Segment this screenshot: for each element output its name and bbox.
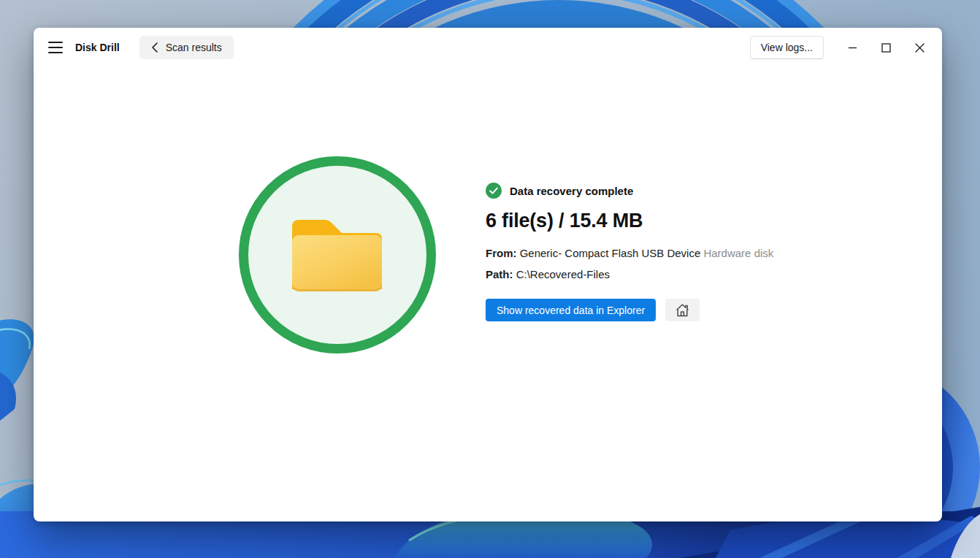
from-device: Generic- Compact Flash USB Device bbox=[520, 247, 701, 259]
desktop: { "window": { "title": "Disk Drill", "ba… bbox=[0, 0, 980, 558]
recovery-complete-graphic bbox=[239, 156, 436, 353]
recovery-result-panel: Data recovery complete 6 file(s) / 15.4 … bbox=[486, 183, 836, 321]
actions-row: Show recovered data in Explorer bbox=[486, 299, 836, 321]
status-row: Data recovery complete bbox=[486, 183, 836, 199]
title-bar: Disk Drill Scan results View logs... bbox=[34, 28, 942, 61]
recovery-meta: From: Generic- Compact Flash USB Device … bbox=[486, 242, 836, 285]
minimize-button[interactable] bbox=[835, 36, 869, 59]
path-label: Path: bbox=[486, 268, 513, 280]
folder-icon bbox=[289, 216, 386, 294]
from-line: From: Generic- Compact Flash USB Device … bbox=[486, 242, 836, 264]
path-value: C:\Recovered-Files bbox=[516, 268, 610, 280]
maximize-icon bbox=[881, 43, 891, 53]
home-icon bbox=[675, 303, 690, 318]
from-disk-type: Hardware disk bbox=[703, 247, 773, 259]
minimize-icon bbox=[848, 43, 857, 53]
recovery-summary: 6 file(s) / 15.4 MB bbox=[486, 210, 836, 232]
path-line: Path: C:\Recovered-Files bbox=[486, 264, 836, 285]
scan-results-label: Scan results bbox=[166, 42, 222, 53]
show-recovered-data-button[interactable]: Show recovered data in Explorer bbox=[486, 299, 656, 321]
app-title: Disk Drill bbox=[75, 42, 120, 53]
scan-results-back-button[interactable]: Scan results bbox=[139, 36, 234, 59]
window-controls bbox=[835, 36, 936, 59]
check-circle-icon bbox=[486, 183, 502, 199]
maximize-button[interactable] bbox=[869, 36, 903, 59]
home-button[interactable] bbox=[665, 299, 700, 321]
from-label: From: bbox=[486, 247, 517, 259]
app-window: Disk Drill Scan results View logs... bbox=[34, 28, 942, 521]
close-icon bbox=[915, 43, 925, 53]
close-button[interactable] bbox=[903, 36, 936, 59]
wallpaper-left-fold bbox=[0, 319, 34, 438]
chevron-left-icon bbox=[151, 42, 158, 53]
status-text: Data recovery complete bbox=[510, 185, 633, 197]
hamburger-icon bbox=[48, 39, 64, 56]
menu-button[interactable] bbox=[48, 39, 64, 56]
view-logs-button[interactable]: View logs... bbox=[750, 36, 824, 59]
